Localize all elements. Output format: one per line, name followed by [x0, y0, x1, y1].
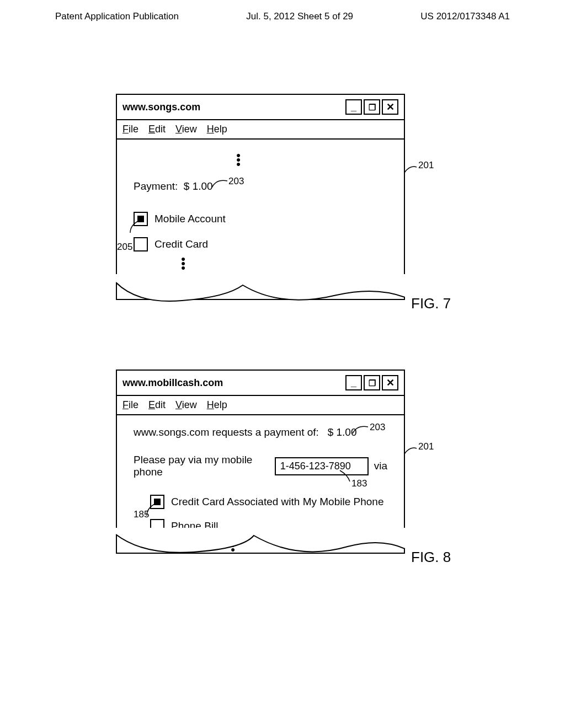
request-line: www.songs.com requests a payment of: $ 1… — [134, 426, 387, 438]
pay-line: Please pay via my mobile phone 1-456-123… — [134, 454, 387, 478]
torn-edge-icon — [116, 274, 405, 313]
option-label: Mobile Account — [154, 213, 226, 225]
option-credit-card[interactable]: Credit Card — [134, 237, 387, 251]
titlebar-fig7: www.songs.com _ ❐ ✕ — [117, 95, 404, 120]
vertical-dots-icon: ••• — [178, 257, 189, 270]
callout-183: 183 — [351, 478, 367, 489]
header-right: US 2012/0173348 A1 — [420, 11, 510, 22]
payment-label: Payment: — [134, 180, 178, 192]
menu-help[interactable]: Help — [207, 124, 227, 135]
content-fig7: ••• Payment: $ 1.00 203 Mobile Account 2… — [117, 140, 404, 284]
callout-185: 185 — [134, 509, 149, 520]
window-fig7: www.songs.com _ ❐ ✕ File Edit View Help … — [116, 94, 405, 300]
window-fig8: www.mobillcash.com _ ❐ ✕ File Edit View … — [116, 370, 405, 554]
callout-arc-icon — [128, 220, 141, 235]
menu-edit[interactable]: Edit — [148, 399, 166, 411]
via-text: via — [374, 460, 387, 472]
minimize-button[interactable]: _ — [345, 99, 362, 115]
phone-input[interactable]: 1-456-123-7890 — [275, 457, 369, 475]
titlebar-fig8: www.mobillcash.com _ ❐ ✕ — [117, 371, 404, 396]
close-button[interactable]: ✕ — [382, 99, 398, 115]
title-fig8: www.mobillcash.com — [122, 377, 223, 389]
close-button[interactable]: ✕ — [382, 375, 398, 390]
menu-view[interactable]: View — [175, 124, 197, 135]
fig8-label: FIG. 8 — [411, 549, 451, 566]
maximize-button[interactable]: ❐ — [364, 375, 380, 390]
header-center: Jul. 5, 2012 Sheet 5 of 29 — [246, 11, 353, 22]
option-label: Credit Card Associated with My Mobile Ph… — [171, 496, 383, 508]
payment-amount: $ 1.00 — [184, 180, 213, 192]
callout-201-fig8: 201 — [418, 441, 434, 452]
payment-line: Payment: $ 1.00 203 — [134, 180, 387, 192]
callout-arc-icon — [338, 469, 353, 484]
callout-203: 203 — [228, 176, 244, 187]
pay-text: Please pay via my mobile phone — [134, 454, 269, 478]
menu-view[interactable]: View — [175, 399, 197, 411]
torn-edge-icon — [116, 528, 405, 566]
menubar-fig7: File Edit View Help — [117, 120, 404, 140]
menu-file[interactable]: File — [122, 124, 138, 135]
fig7-label: FIG. 7 — [411, 295, 451, 312]
page-header: Patent Application Publication Jul. 5, 2… — [0, 0, 565, 33]
window-controls-fig7: _ ❐ ✕ — [345, 99, 398, 115]
callout-203-fig8: 203 — [370, 422, 385, 433]
vertical-dots-icon: ••• — [233, 153, 244, 167]
maximize-button[interactable]: ❐ — [364, 99, 380, 115]
callout-205: 205 — [117, 242, 132, 253]
title-fig7: www.songs.com — [122, 101, 200, 113]
menu-edit[interactable]: Edit — [148, 124, 166, 135]
minimize-button[interactable]: _ — [345, 375, 362, 390]
menu-help[interactable]: Help — [207, 399, 227, 411]
header-left: Patent Application Publication — [55, 11, 179, 22]
option-credit-card-mobile[interactable]: Credit Card Associated with My Mobile Ph… — [150, 495, 387, 509]
checkbox-credit-unchecked[interactable] — [134, 237, 148, 251]
menubar-fig8: File Edit View Help — [117, 396, 404, 415]
option-mobile-account[interactable]: Mobile Account — [134, 212, 387, 226]
req-text: www.songs.com requests a payment of: — [134, 426, 319, 438]
window-controls-fig8: _ ❐ ✕ — [345, 375, 398, 390]
menu-file[interactable]: File — [122, 399, 138, 411]
callout-201-fig7: 201 — [418, 160, 434, 171]
option-label: Credit Card — [154, 238, 208, 250]
